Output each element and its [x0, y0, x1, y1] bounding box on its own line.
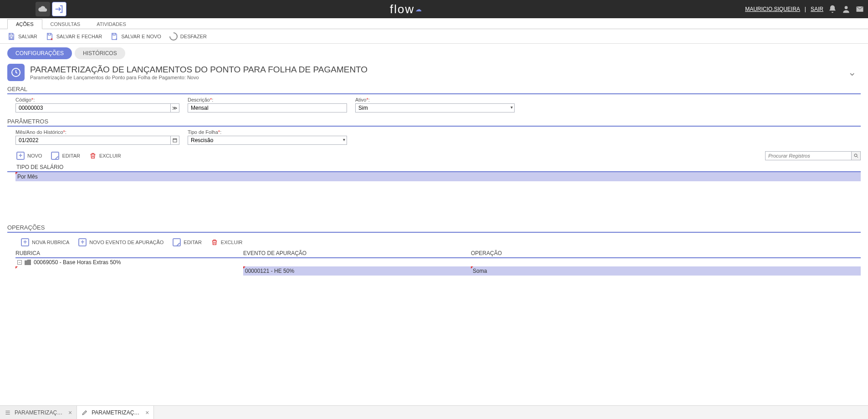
- undo-icon: [168, 31, 179, 42]
- input-descricao[interactable]: [188, 103, 347, 112]
- plus-box-icon: [16, 152, 25, 160]
- grid-row-tipo-salario[interactable]: Por Mês: [15, 172, 861, 181]
- button-editar[interactable]: EDITAR: [51, 152, 80, 160]
- search-button[interactable]: [852, 151, 861, 160]
- label-codigo: Código: [15, 97, 31, 102]
- ops-header-evento: EVENTO DE APURAÇÃO: [243, 249, 471, 257]
- label-descricao: Descrição: [188, 97, 210, 102]
- ribbon-actions: SALVAR SALVAR E FECHAR SALVAR E NOVO DES…: [0, 29, 868, 44]
- select-tipo-folha[interactable]: [188, 136, 347, 145]
- button-nova-rubrica[interactable]: NOVA RUBRICA: [21, 238, 69, 246]
- section-geral: GERAL Código*: ≫ Descrição*: Ativo*: ▾: [0, 84, 868, 112]
- pencil-box-icon: [51, 152, 59, 160]
- topbar-enter-button[interactable]: [52, 2, 66, 16]
- section-title-parametros: PARÂMETROS: [7, 116, 861, 127]
- topbar-cloud-button[interactable]: [36, 2, 50, 16]
- cloud-icon: ☁: [415, 5, 422, 13]
- button-label: EDITAR: [62, 153, 80, 158]
- action-salvar-fechar[interactable]: SALVAR E FECHAR: [46, 32, 102, 41]
- ops-header-operacao: OPERAÇÃO: [471, 249, 861, 257]
- button-excluir-op[interactable]: EXCLUIR: [211, 239, 243, 246]
- button-label: NOVO EVENTO DE APURAÇÃO: [89, 240, 163, 245]
- cell-rubrica: 00069050 - Base Horas Extras 50%: [34, 259, 121, 266]
- trash-icon: [89, 152, 97, 159]
- cell-operacao: Soma: [473, 268, 487, 274]
- label-tipo-folha: Tipo de Folha: [188, 129, 218, 135]
- mail-icon[interactable]: [855, 5, 864, 14]
- save-icon: [7, 32, 15, 41]
- input-mesano[interactable]: [15, 136, 171, 145]
- calendar-button[interactable]: [171, 136, 179, 145]
- pill-historicos[interactable]: HISTÓRICOS: [75, 47, 125, 59]
- section-parametros: PARÂMETROS Mês/Ano do Histórico*: Tipo d…: [0, 116, 868, 181]
- topbar: flow ☁ MAURICIO.SIQUEIRA | SAIR: [0, 0, 868, 18]
- button-novo[interactable]: NOVO: [16, 152, 42, 160]
- user-link[interactable]: MAURICIO.SIQUEIRA: [745, 6, 800, 12]
- grid-header-tipo-salario: TIPO DE SALÁRIO: [7, 163, 861, 172]
- label-ativo: Ativo: [355, 97, 366, 102]
- page-header: PARAMETRIZAÇÃO DE LANÇAMENTOS DO PONTO P…: [0, 63, 868, 84]
- svg-rect-1: [10, 36, 13, 39]
- chevron-down-icon[interactable]: ⌄: [848, 66, 861, 78]
- pill-tabs: CONFIGURAÇÕES HISTÓRICOS: [0, 44, 868, 63]
- plus-box-icon: [21, 238, 29, 246]
- pencil-box-icon: [173, 238, 181, 246]
- pill-configuracoes[interactable]: CONFIGURAÇÕES: [7, 47, 72, 59]
- button-label: NOVO: [27, 153, 42, 158]
- user-icon[interactable]: [842, 5, 851, 14]
- header-clock-icon: [7, 64, 25, 81]
- lookup-codigo-button[interactable]: ≫: [171, 103, 179, 112]
- ribbon-tab-atividades[interactable]: ATIVIDADES: [88, 20, 134, 29]
- button-novo-evento[interactable]: NOVO EVENTO DE APURAÇÃO: [78, 238, 163, 246]
- plus-box-icon: [78, 238, 87, 246]
- cell-tipo-salario: Por Mês: [17, 174, 38, 180]
- button-editar-op[interactable]: EDITAR: [173, 238, 202, 246]
- ops-rubrica-row[interactable]: − 00069050 - Base Horas Extras 50%: [15, 258, 861, 266]
- separator: |: [805, 6, 806, 12]
- action-label: SALVAR E FECHAR: [56, 34, 102, 39]
- folder-icon: [25, 260, 31, 265]
- action-label: DESFAZER: [180, 34, 207, 39]
- page-title: PARAMETRIZAÇÃO DE LANÇAMENTOS DO PONTO P…: [30, 65, 368, 75]
- action-label: SALVAR: [18, 34, 37, 39]
- svg-rect-3: [173, 139, 177, 143]
- select-ativo[interactable]: [355, 103, 515, 112]
- svg-point-4: [854, 154, 857, 157]
- button-label: EXCLUIR: [221, 240, 243, 245]
- svg-point-0: [845, 6, 848, 9]
- button-label: EXCLUIR: [99, 153, 121, 158]
- page-subtitle: Parametrização de Lançamentos do Ponto p…: [30, 75, 368, 80]
- button-label: EDITAR: [184, 240, 202, 245]
- save-close-icon: [46, 32, 54, 41]
- search-registros-input[interactable]: [765, 151, 852, 160]
- action-desfazer[interactable]: DESFAZER: [169, 32, 207, 41]
- input-codigo[interactable]: [15, 103, 171, 112]
- action-salvar[interactable]: SALVAR: [7, 32, 37, 41]
- button-label: NOVA RUBRICA: [32, 240, 69, 245]
- action-label: SALVAR E NOVO: [121, 34, 161, 39]
- section-operacoes: OPERAÇÕES NOVA RUBRICA NOVO EVENTO DE AP…: [0, 222, 868, 276]
- ops-detail-row[interactable]: 00000121 - HE 50% Soma: [15, 266, 861, 276]
- label-mesano: Mês/Ano do Histórico: [15, 129, 63, 135]
- section-title-geral: GERAL: [7, 84, 861, 94]
- button-excluir[interactable]: EXCLUIR: [89, 152, 121, 159]
- section-title-operacoes: OPERAÇÕES: [7, 222, 861, 233]
- save-new-icon: [110, 32, 118, 41]
- dirty-marker-icon: [15, 172, 18, 174]
- ribbon-tabs: AÇÕES CONSULTAS ATIVIDADES: [0, 18, 868, 29]
- logout-link[interactable]: SAIR: [811, 6, 823, 12]
- logo-text: flow: [390, 2, 414, 16]
- bell-icon[interactable]: [828, 5, 837, 14]
- action-salvar-novo[interactable]: SALVAR E NOVO: [110, 32, 161, 41]
- cell-evento: 00000121 - HE 50%: [245, 268, 294, 274]
- trash-icon: [211, 239, 218, 246]
- ribbon-tab-consultas[interactable]: CONSULTAS: [42, 20, 89, 29]
- ops-header-rubrica: RUBRICA: [15, 249, 243, 257]
- tree-collapse-icon[interactable]: −: [17, 260, 22, 265]
- ribbon-tab-acoes[interactable]: AÇÕES: [7, 19, 42, 29]
